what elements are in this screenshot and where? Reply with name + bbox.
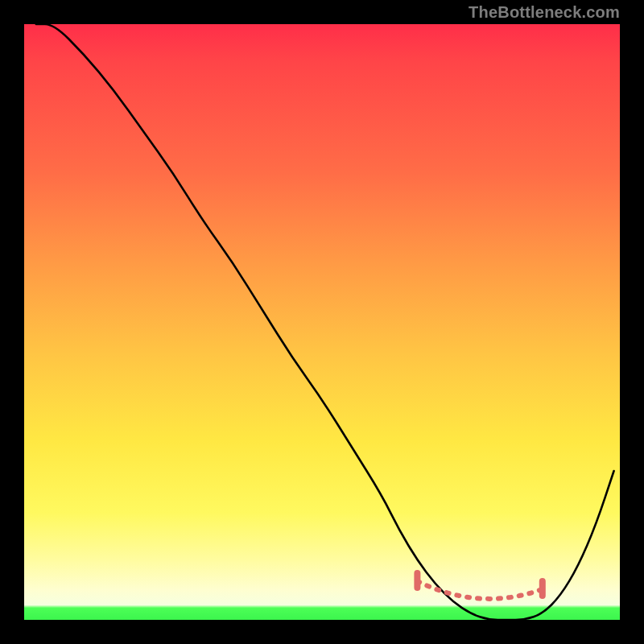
bottleneck-curve-svg [24,24,620,620]
chart-frame: TheBottleneck.com [0,0,644,644]
bottleneck-curve [36,24,614,620]
plot-area [24,24,620,620]
curve-group [36,24,614,620]
watermark-text: TheBottleneck.com [469,3,620,22]
